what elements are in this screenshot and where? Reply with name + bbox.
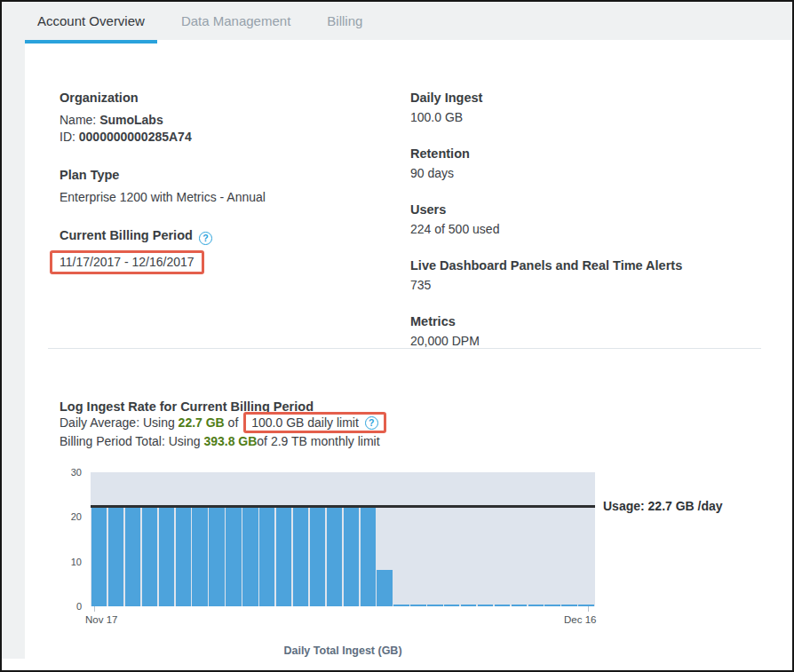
ingest-section-header: Log Ingest Rate for Current Billing Peri… — [60, 399, 663, 450]
ingest-bars — [91, 472, 595, 606]
ingest-bar — [578, 605, 593, 606]
ingest-bar — [444, 605, 459, 606]
billing-period-block: Current Billing Period? 11/17/2017 - 12/… — [60, 227, 388, 274]
tabs: Account Overview Data Management Billing — [2, 2, 792, 40]
ingest-bar — [192, 505, 207, 606]
ingest-bar — [276, 505, 291, 606]
ingest-bar — [478, 605, 493, 606]
billing-total-used: 393.8 GB — [203, 434, 257, 448]
section-divider — [48, 348, 761, 349]
left-gutter — [2, 40, 25, 659]
account-info-column: Organization Name: SumoLabs ID: 00000000… — [60, 90, 388, 296]
daily-limit-highlight-box: 100.0 GB daily limit? — [243, 412, 386, 433]
daily-average-prefix: Daily Average: Using — [60, 415, 179, 430]
tab-data-management[interactable]: Data Management — [169, 2, 303, 40]
ingest-bar — [108, 505, 123, 606]
organization-block: Organization Name: SumoLabs ID: 00000000… — [60, 90, 388, 146]
plan-type-label: Plan Type — [60, 167, 388, 184]
stat-daily-ingest: Daily Ingest 100.0 GB — [410, 90, 774, 126]
billing-period-highlight-box: 11/17/2017 - 12/16/2017 — [50, 250, 204, 274]
ingest-bar — [293, 505, 308, 606]
stat-dashboard-panels: Live Dashboard Panels and Real Time Aler… — [410, 257, 774, 294]
ingest-chart: 30 20 10 0 Usage: 22.7 GB /day Nov 17 De… — [91, 472, 794, 663]
ingest-bar — [176, 505, 191, 606]
x-axis-tickmark — [588, 606, 589, 612]
ingest-bar — [393, 605, 409, 606]
id-label: ID: — [60, 130, 79, 144]
ingest-bar — [209, 505, 224, 606]
stat-metrics: Metrics 20,000 DPM — [410, 313, 774, 350]
tab-account-overview[interactable]: Account Overview — [25, 2, 157, 40]
ingest-bar — [259, 505, 274, 606]
ingest-bar — [528, 605, 544, 606]
y-axis-tick: 20 — [59, 510, 82, 523]
organization-name-row: Name: SumoLabs — [60, 112, 388, 129]
ingest-bar — [327, 505, 342, 606]
ingest-bar — [377, 570, 392, 606]
stat-retention: Retention 90 days — [410, 146, 774, 182]
tab-bar: Account Overview Data Management Billing — [2, 2, 792, 40]
usage-reference-label: Usage: 22.7 GB /day — [603, 499, 723, 513]
usage-reference-line — [91, 505, 595, 508]
stat-value: 735 — [410, 277, 774, 294]
ingest-bar — [512, 605, 527, 606]
id-value: 0000000000285A74 — [79, 130, 192, 144]
ingest-bar — [310, 505, 325, 606]
ingest-plot-area — [91, 472, 595, 606]
stat-users: Users 224 of 500 used — [410, 202, 774, 238]
ingest-bar — [427, 605, 442, 606]
stat-label: Metrics — [410, 313, 774, 330]
billing-total-suffix: of 2.9 TB monthly limit — [257, 434, 379, 448]
ingest-bar — [495, 605, 510, 606]
x-axis-tickmark — [94, 606, 95, 612]
billing-total-prefix: Billing Period Total: Using — [60, 434, 203, 448]
ingest-bar — [361, 505, 376, 606]
tab-billing[interactable]: Billing — [314, 2, 375, 40]
stat-label: Daily Ingest — [410, 90, 774, 107]
billing-total-line: Billing Period Total: Using 393.8 GBof 2… — [60, 433, 663, 450]
daily-average-used: 22.7 GB — [179, 415, 225, 430]
stat-value: 100.0 GB — [410, 109, 774, 126]
ingest-bar — [410, 605, 425, 606]
x-axis-tick: Nov 17 — [85, 614, 117, 625]
chart-caption: Daily Total Ingest (GB) — [91, 644, 595, 657]
ingest-bar — [91, 505, 107, 606]
ingest-bar — [561, 605, 576, 606]
plan-type-value: Enterprise 1200 with Metrics - Annual — [60, 189, 388, 206]
name-label: Name: — [60, 113, 99, 127]
stat-label: Live Dashboard Panels and Real Time Aler… — [410, 257, 774, 274]
organization-id-row: ID: 0000000000285A74 — [60, 129, 388, 146]
daily-limit-text: 100.0 GB daily limit — [251, 415, 359, 431]
ingest-bar — [142, 505, 157, 606]
stat-label: Users — [410, 202, 774, 218]
plan-stats-column: Daily Ingest 100.0 GB Retention 90 days … — [410, 90, 774, 369]
ingest-bar — [159, 505, 174, 606]
billing-period-label: Current Billing Period — [60, 228, 193, 242]
daily-average-line: Daily Average: Using 22.7 GB of 100.0 GB… — [60, 415, 663, 433]
help-icon[interactable]: ? — [199, 232, 212, 245]
ingest-bar — [544, 605, 560, 606]
help-icon[interactable]: ? — [365, 416, 378, 430]
ingest-bar — [344, 505, 359, 606]
daily-average-mid: of — [225, 415, 242, 430]
account-page: Account Overview Data Management Billing… — [0, 0, 794, 672]
ingest-bar — [125, 505, 140, 606]
name-value: SumoLabs — [99, 113, 163, 127]
y-axis-tick: 10 — [59, 556, 82, 568]
organization-label: Organization — [60, 90, 388, 107]
ingest-bar — [226, 505, 241, 606]
ingest-bar — [461, 605, 476, 606]
ingest-bar — [242, 505, 258, 606]
stat-label: Retention — [410, 146, 774, 162]
stat-value: 224 of 500 used — [410, 221, 774, 238]
y-axis-tick: 0 — [59, 600, 82, 613]
billing-period-label-row: Current Billing Period? — [60, 227, 388, 245]
stat-value: 90 days — [410, 165, 774, 182]
billing-period-value: 11/17/2017 - 12/16/2017 — [60, 255, 195, 269]
plan-type-block: Plan Type Enterprise 1200 with Metrics -… — [60, 167, 388, 206]
y-axis-tick: 30 — [59, 466, 82, 478]
x-axis-tick: Dec 16 — [564, 614, 596, 625]
